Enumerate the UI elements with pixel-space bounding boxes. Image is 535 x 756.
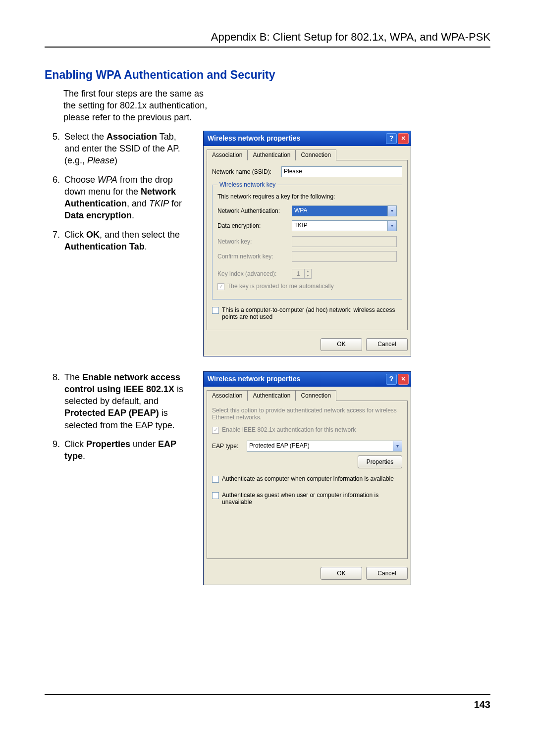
network-auth-select[interactable]: WPA ▾	[292, 205, 397, 216]
page-number: 143	[45, 694, 490, 711]
enable-8021x-checkbox: ✓	[212, 427, 219, 434]
tab-authentication[interactable]: Authentication	[247, 150, 296, 160]
tab-association[interactable]: Association	[207, 150, 248, 160]
dialog-body-1: Network name (SSID): Please Wireless net…	[207, 160, 408, 330]
confirm-key-input	[292, 251, 397, 262]
row-steps-8-9: The Enable network access control using …	[45, 371, 490, 585]
step-8: The Enable network access control using …	[62, 371, 193, 431]
key-index-label: Key index (advanced):	[217, 270, 287, 277]
titlebar-2: Wireless network properties ? ×	[204, 372, 411, 387]
spinner-up-icon: ▲	[305, 269, 311, 274]
chevron-down-icon[interactable]: ▾	[393, 441, 402, 451]
group-hint: This network requires a key for the foll…	[217, 193, 397, 200]
titlebar-1: Wireless network properties ? ×	[204, 131, 411, 146]
adhoc-label: This is a computer-to-computer (ad hoc) …	[222, 306, 402, 321]
dialog-body-2: Select this option to provide authentica…	[207, 401, 408, 559]
dialog-title-2: Wireless network properties	[208, 375, 300, 383]
help-icon[interactable]: ?	[386, 133, 397, 144]
enable-8021x-label: Enable IEEE 802.1x authentication for th…	[222, 426, 356, 433]
eap-type-label: EAP type:	[212, 443, 242, 450]
data-encryption-select[interactable]: TKIP ▾	[292, 220, 397, 231]
page-header-appendix: Appendix B: Client Setup for 802.1x, WPA…	[45, 30, 490, 48]
step-9: Click Properties under EAP type.	[62, 438, 193, 462]
chevron-down-icon[interactable]: ▾	[387, 206, 396, 216]
dialog-authentication: Wireless network properties ? × Associat…	[203, 371, 411, 585]
ssid-input[interactable]: Please	[281, 166, 402, 177]
steps-list-1: Select the Association Tab, and enter th…	[45, 131, 193, 253]
intro-text: The first four steps are the same as the…	[63, 88, 212, 124]
auth-as-computer-label: Authenticate as computer when computer i…	[222, 475, 394, 482]
close-icon[interactable]: ×	[398, 133, 409, 144]
tab-connection[interactable]: Connection	[295, 390, 336, 401]
step-5: Select the Association Tab, and enter th…	[62, 131, 193, 167]
cancel-button[interactable]: Cancel	[366, 567, 408, 580]
eap-type-select[interactable]: Protected EAP (PEAP) ▾	[247, 441, 402, 452]
auto-key-checkbox: ✓	[217, 283, 224, 290]
confirm-key-label: Confirm network key:	[217, 253, 287, 260]
network-key-input	[292, 236, 397, 247]
network-key-label: Network key:	[217, 238, 287, 245]
properties-button[interactable]: Properties	[358, 455, 402, 468]
adhoc-checkbox[interactable]	[212, 307, 219, 314]
tabbar-2: Association Authentication Connection	[204, 387, 411, 401]
section-title: Enabling WPA Authentication and Security	[45, 67, 490, 83]
steps-list-2: The Enable network access control using …	[45, 371, 193, 462]
auth-as-guest-label: Authenticate as guest when user or compu…	[222, 492, 402, 506]
auth-as-guest-checkbox[interactable]	[212, 492, 219, 499]
enc-label: Data encryption:	[217, 222, 287, 229]
auth-label: Network Authentication:	[217, 207, 287, 214]
tabbar-1: Association Authentication Connection	[204, 146, 411, 160]
chevron-down-icon[interactable]: ▾	[387, 221, 396, 231]
ssid-label: Network name (SSID):	[212, 168, 276, 175]
auth-hint: Select this option to provide authentica…	[212, 407, 402, 421]
help-icon[interactable]: ?	[386, 374, 397, 385]
dialog-association: Wireless network properties ? × Associat…	[203, 131, 411, 356]
cancel-button[interactable]: Cancel	[366, 338, 408, 351]
auto-key-label: The key is provided for me automatically	[227, 283, 334, 290]
groupbox-legend: Wireless network key	[217, 181, 277, 188]
step-7: Click OK, and then select the Authentica…	[62, 229, 193, 253]
ok-button[interactable]: OK	[321, 567, 362, 580]
ok-button[interactable]: OK	[321, 338, 362, 351]
tab-authentication[interactable]: Authentication	[247, 390, 296, 401]
close-icon[interactable]: ×	[398, 374, 409, 385]
groupbox-wireless-key: Wireless network key This network requir…	[212, 181, 402, 300]
tab-association[interactable]: Association	[207, 390, 248, 401]
dialog-title-1: Wireless network properties	[208, 134, 300, 143]
tab-connection[interactable]: Connection	[295, 150, 336, 160]
step-6: Choose WPA from the drop down menu for t…	[62, 174, 193, 222]
key-index-spinner: 1 ▲▼	[292, 269, 312, 279]
auth-as-computer-checkbox[interactable]	[212, 476, 219, 483]
spinner-down-icon: ▼	[305, 274, 311, 278]
row-steps-5-7: Select the Association Tab, and enter th…	[45, 131, 490, 356]
